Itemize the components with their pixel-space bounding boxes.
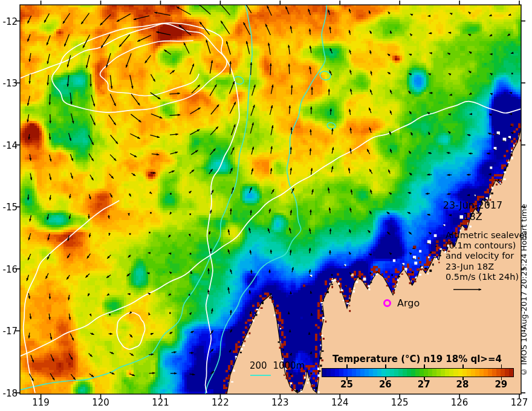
colorbar-tick-label: 27 — [412, 379, 436, 390]
colorbar-segment — [322, 369, 326, 377]
colorbar-segment — [407, 369, 411, 377]
colorbar-segment — [505, 369, 509, 377]
colorbar-tick — [385, 364, 386, 368]
lon-tick-label: 122 — [203, 397, 237, 408]
lat-tick-label: -14 — [0, 140, 18, 151]
lon-tick-label: 119 — [24, 397, 58, 408]
lat-tick-label: -18 — [0, 388, 18, 399]
colorbar-segment — [484, 369, 488, 377]
lat-tick-label: -16 — [0, 264, 18, 275]
colorbar-tick-label: 29 — [489, 379, 513, 390]
colorbar-segment — [496, 369, 501, 377]
lon-tick-label: 121 — [143, 397, 177, 408]
colorbar-segment — [335, 369, 339, 377]
colorbar-segment — [436, 369, 441, 377]
colorbar-segment — [398, 369, 403, 377]
colorbar-segment — [386, 369, 390, 377]
datetime-annotation: 23-Jun-2017 18Z — [430, 199, 515, 222]
colorbar-segment — [445, 369, 449, 377]
analysis-time: 18Z — [430, 211, 515, 222]
colorbar-segment — [348, 369, 352, 377]
colorbar-tick-label: 28 — [450, 379, 475, 390]
colorbar-tick — [346, 364, 348, 368]
colorbar-segment — [377, 369, 381, 377]
lon-tick-label: 120 — [84, 397, 118, 408]
lat-tick-label: -13 — [0, 78, 18, 89]
lat-tick-label: -17 — [0, 326, 18, 337]
colorbar-tick — [424, 364, 425, 368]
colorbar-tick — [462, 364, 464, 368]
colorbar-segment — [428, 369, 432, 377]
colorbar-segment — [453, 369, 458, 377]
ocean-current-sst-figure: 119120121122123124125126127 -12-13-14-15… — [0, 0, 532, 411]
lat-tick-label: -12 — [0, 16, 18, 27]
colorbar-segment — [501, 369, 505, 377]
colorbar-segment — [381, 369, 386, 377]
colorbar-tick-label: 26 — [373, 379, 397, 390]
colorbar-segment — [432, 369, 436, 377]
colorbar-segment — [403, 369, 407, 377]
legend-description-line: 0.5m/s (1kt 24h) — [446, 272, 527, 282]
colorbar-tick-label: 25 — [334, 379, 358, 390]
colorbar-segment — [479, 369, 484, 377]
colorbar-segment — [411, 369, 415, 377]
colorbar-segment — [331, 369, 335, 377]
legend-description: Altimetric sealevel(0.1m contours)and ve… — [446, 230, 527, 282]
colorbar-segment — [356, 369, 360, 377]
lon-tick-label: 123 — [263, 397, 297, 408]
colorbar-segment — [373, 369, 377, 377]
legend-description-line: and velocity for — [446, 251, 527, 261]
colorbar-segment — [390, 369, 394, 377]
lat-tick-label: -15 — [0, 202, 18, 213]
colorbar-segment — [488, 369, 492, 377]
colorbar-segment — [471, 369, 475, 377]
colorbar-segment — [352, 369, 356, 377]
lon-tick-label: 124 — [323, 397, 357, 408]
colorbar-segment — [467, 369, 471, 377]
colorbar-segment — [415, 369, 420, 377]
depth-contour-legend-label: 200 1000m — [250, 360, 305, 371]
lon-tick-label: 125 — [383, 397, 417, 408]
colorbar-segment — [492, 369, 496, 377]
colorbar-segment — [441, 369, 445, 377]
colorbar-segment — [424, 369, 428, 377]
colorbar-segment — [360, 369, 365, 377]
colorbar-segment — [339, 369, 343, 377]
lon-tick-label: 126 — [443, 397, 476, 408]
colorbar-segment — [458, 369, 462, 377]
colorbar-segment — [394, 369, 398, 377]
colorbar-segment — [369, 369, 373, 377]
legend-description-line: 23-Jun 18Z — [446, 262, 527, 272]
colorbar-tick — [501, 364, 502, 368]
copyright-text: © IMOS 10-Aug-2017 20:25:24 Hobart time — [519, 178, 531, 403]
analysis-date: 23-Jun-2017 — [430, 199, 515, 211]
colorbar-segment — [475, 369, 479, 377]
colorbar-segment — [449, 369, 453, 377]
depth-contour-legend-line — [250, 375, 271, 376]
colorbar-segment — [343, 369, 348, 377]
colorbar-title: Temperature (°C) n19 18% ql>=4 — [310, 354, 525, 364]
colorbar-segment — [420, 369, 424, 377]
legend-description-line: Altimetric sealevel — [446, 230, 527, 241]
argo-float-marker[interactable] — [383, 299, 391, 307]
colorbar-segment — [365, 369, 369, 377]
temperature-colorbar: Temperature (°C) n19 18% ql>=4 252627282… — [310, 354, 525, 392]
colorbar-segment — [509, 369, 513, 377]
colorbar-segment — [326, 369, 331, 377]
colorbar-segment — [462, 369, 467, 377]
colorbar-gradient — [322, 368, 514, 377]
legend-description-line: (0.1m contours) — [446, 241, 527, 251]
argo-label: Argo — [397, 297, 420, 309]
